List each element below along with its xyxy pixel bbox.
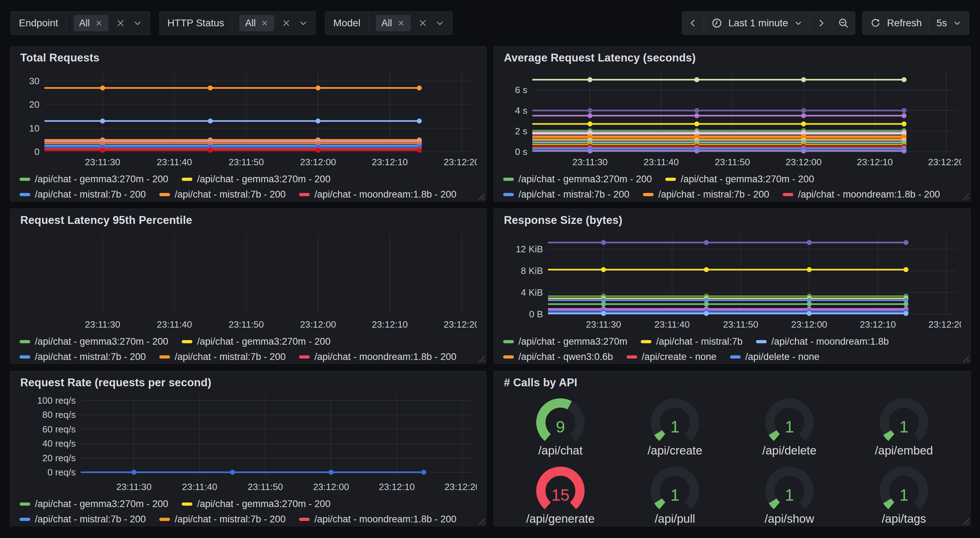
legend-item[interactable]: /api/chat - moondream:1.8b - 200: [299, 351, 456, 362]
legend-label: /api/chat - mistral:7b: [656, 336, 743, 347]
legend-swatch: [783, 193, 793, 196]
panel-resize-handle[interactable]: [961, 517, 969, 524]
legend-item[interactable]: /api/chat - mistral:7b - 200: [159, 351, 286, 362]
gauge-label: /api/embed: [875, 444, 933, 457]
legend-item[interactable]: /api/chat - mistral:7b - 200: [19, 514, 146, 525]
filter-model-label: Model: [325, 12, 368, 35]
svg-text:1: 1: [670, 417, 679, 436]
legend-item[interactable]: /api/chat - qwen3:0.6b: [503, 351, 613, 362]
filter-http-status-chip[interactable]: All: [239, 15, 274, 31]
svg-text:23:11:40: 23:11:40: [654, 319, 689, 330]
refresh-interval-button[interactable]: 5s: [929, 12, 969, 35]
chevron-down-icon[interactable]: [133, 18, 143, 28]
legend-swatch: [643, 193, 654, 196]
time-controls: Last 1 minute Refresh: [682, 11, 969, 35]
gauge-api-tags: 1/api/tags: [846, 463, 961, 525]
legend-item[interactable]: /api/chat - gemma3:270m - 200: [182, 498, 330, 509]
close-icon[interactable]: [261, 19, 269, 27]
refresh-label: Refresh: [887, 17, 922, 29]
legend-item[interactable]: /api/chat - gemma3:270m - 200: [503, 174, 652, 185]
legend-item[interactable]: /api/chat - gemma3:270m: [503, 336, 627, 347]
gauge-label: /api/chat: [538, 444, 583, 457]
legend-swatch: [730, 355, 741, 359]
response-size-chart[interactable]: 0 B4 KiB8 KiB12 KiB23:11:3023:11:4023:11…: [503, 228, 961, 333]
panel-resize-handle[interactable]: [961, 354, 969, 362]
legend-item[interactable]: /api/chat - gemma3:270m - 200: [19, 174, 168, 185]
filter-endpoint-value[interactable]: All: [67, 12, 150, 35]
legend-item[interactable]: /api/chat - gemma3:270m - 200: [19, 336, 168, 347]
clear-icon[interactable]: [281, 18, 291, 28]
svg-text:10: 10: [29, 123, 40, 133]
panel-resize-handle[interactable]: [477, 354, 485, 362]
close-icon[interactable]: [397, 19, 405, 27]
filter-model-value[interactable]: All: [369, 12, 452, 35]
legend-item[interactable]: /api/chat - mistral:7b - 200: [503, 189, 629, 200]
legend-row: /api/chat - mistral:7b - 200/api/chat - …: [503, 189, 961, 200]
grafana-dashboard: Endpoint All HTTP Status All: [0, 0, 980, 526]
clear-icon[interactable]: [418, 18, 428, 28]
legend-swatch: [756, 340, 767, 343]
chevron-down-icon[interactable]: [298, 18, 308, 28]
svg-text:23:12:10: 23:12:10: [857, 157, 893, 167]
legend-item[interactable]: /api/chat - moondream:1.8b: [756, 336, 889, 347]
time-range-picker-button[interactable]: Last 1 minute: [704, 12, 810, 35]
svg-text:23:11:40: 23:11:40: [182, 481, 217, 492]
legend-label: /api/chat - gemma3:270m - 200: [35, 498, 168, 509]
legend-label: /api/chat - mistral:7b - 200: [35, 514, 146, 525]
svg-text:0: 0: [35, 146, 40, 157]
refresh-button[interactable]: Refresh: [863, 12, 929, 35]
legend-item[interactable]: /api/chat - mistral:7b - 200: [159, 514, 286, 525]
legend-swatch: [665, 178, 676, 181]
legend-item[interactable]: /api/chat - gemma3:270m - 200: [665, 174, 814, 185]
legend-item[interactable]: /api/chat - moondream:1.8b - 200: [299, 514, 456, 525]
legend-label: /api/chat - moondream:1.8b - 200: [314, 514, 456, 525]
legend-item[interactable]: /api/chat - gemma3:270m - 200: [182, 336, 330, 347]
chevron-down-icon[interactable]: [435, 18, 445, 28]
legend-item[interactable]: /api/chat - moondream:1.8b - 200: [783, 189, 940, 200]
panel-resize-handle[interactable]: [477, 192, 485, 200]
average-request-latency-chart[interactable]: 0 s2 s4 s6 s23:11:3023:11:4023:11:5023:1…: [503, 66, 961, 171]
clear-icon[interactable]: [116, 18, 126, 28]
request-rate-chart[interactable]: 0 req/s20 req/s40 req/s60 req/s80 req/s1…: [19, 390, 477, 496]
time-shift-back-button[interactable]: [682, 12, 704, 35]
close-icon[interactable]: [95, 19, 103, 27]
legend-label: /api/chat - mistral:7b - 200: [35, 351, 146, 362]
svg-text:23:11:50: 23:11:50: [229, 319, 264, 330]
legend-item[interactable]: /api/chat - gemma3:270m - 200: [19, 498, 168, 509]
request-latency-95th-chart[interactable]: 23:11:3023:11:4023:11:5023:12:0023:12:10…: [19, 228, 477, 333]
panel-resize-handle[interactable]: [961, 192, 969, 200]
legend-item[interactable]: /api/create - none: [627, 351, 716, 362]
svg-text:12 KiB: 12 KiB: [515, 244, 543, 254]
legend-swatch: [182, 178, 192, 181]
total-requests-chart[interactable]: 010203023:11:3023:11:4023:11:5023:12:002…: [19, 66, 477, 171]
legend-swatch: [182, 503, 192, 506]
legend-item[interactable]: /api/chat - mistral:7b - 200: [19, 351, 146, 362]
svg-text:23:12:20: 23:12:20: [444, 319, 477, 330]
gauge-label: /api/tags: [882, 512, 926, 525]
legend-row: /api/chat - mistral:7b - 200/api/chat - …: [19, 514, 477, 525]
svg-text:0 req/s: 0 req/s: [48, 467, 76, 478]
gauge-label: /api/show: [765, 512, 814, 525]
legend-row: /api/chat - qwen3:0.6b/api/create - none…: [503, 351, 961, 362]
svg-text:20: 20: [29, 99, 40, 110]
svg-text:23:11:50: 23:11:50: [229, 157, 264, 167]
legend-row: /api/chat - gemma3:270m/api/chat - mistr…: [503, 336, 961, 347]
legend-item[interactable]: /api/delete - none: [730, 351, 819, 362]
time-shift-forward-button[interactable]: [810, 12, 832, 35]
legend-item[interactable]: /api/chat - mistral:7b - 200: [159, 189, 286, 200]
zoom-out-time-button[interactable]: [832, 12, 855, 35]
svg-text:1: 1: [670, 486, 679, 504]
svg-text:23:11:30: 23:11:30: [572, 157, 607, 167]
legend-item[interactable]: /api/chat - mistral:7b: [641, 336, 743, 347]
legend-item[interactable]: /api/chat - mistral:7b - 200: [19, 189, 146, 200]
filter-endpoint-chip[interactable]: All: [73, 15, 108, 31]
filter-endpoint: Endpoint All: [11, 11, 150, 35]
panel-resize-handle[interactable]: [477, 517, 485, 524]
svg-text:23:12:10: 23:12:10: [379, 481, 415, 492]
legend-item[interactable]: /api/chat - gemma3:270m - 200: [182, 174, 330, 185]
legend-item[interactable]: /api/chat - mistral:7b - 200: [643, 189, 769, 200]
legend-item[interactable]: /api/chat - moondream:1.8b - 200: [299, 189, 456, 200]
filter-model-chip[interactable]: All: [376, 15, 411, 31]
filter-http-status-value[interactable]: All: [232, 12, 315, 35]
svg-text:0 B: 0 B: [529, 309, 543, 319]
